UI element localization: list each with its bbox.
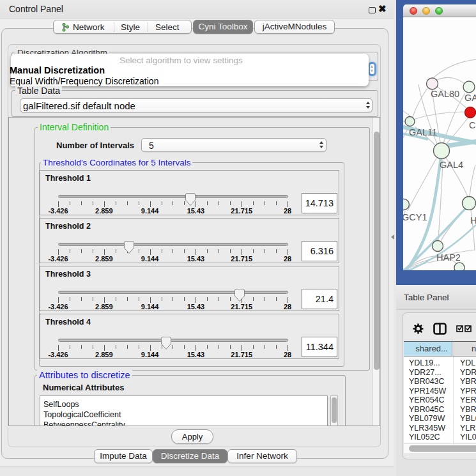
- svg-text:C: C: [469, 120, 475, 130]
- svg-text:GAL80: GAL80: [431, 89, 459, 99]
- svg-text:GCY1: GCY1: [403, 212, 427, 222]
- svg-text:GAL11: GAL11: [409, 127, 437, 137]
- svg-text:GA: GA: [464, 93, 476, 103]
- svg-text:H: H: [470, 215, 476, 226]
- svg-text:HAP2: HAP2: [436, 252, 461, 263]
- svg-text:GAL4: GAL4: [440, 160, 463, 170]
